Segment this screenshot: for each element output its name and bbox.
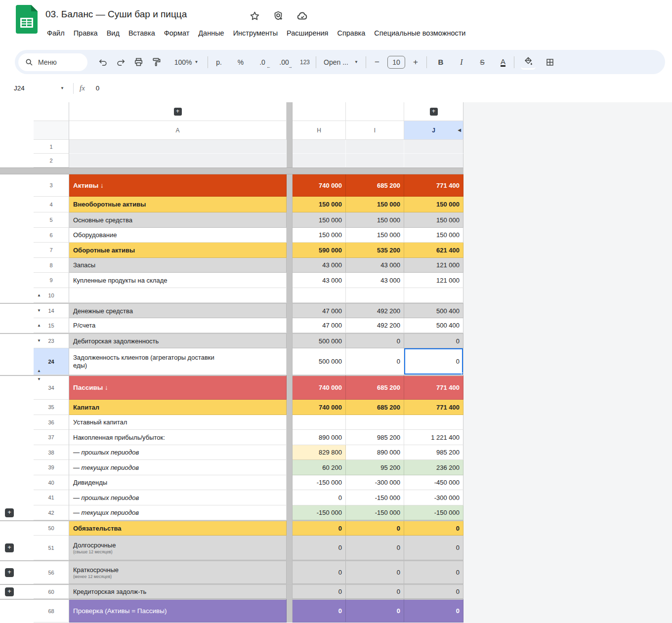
cell-I10[interactable]	[346, 288, 404, 303]
hidden-columns-divider[interactable]	[287, 273, 293, 288]
cell-A7[interactable]: Оборотные активы	[69, 243, 287, 258]
cell-A34[interactable]: Пассивы ↓	[69, 375, 287, 400]
name-box[interactable]: J24 ▼	[0, 84, 64, 92]
paint-format-button[interactable]	[149, 55, 164, 70]
cell-A38[interactable]: — прошлых периодов	[69, 445, 287, 460]
cell-J51[interactable]: 0	[404, 536, 463, 560]
row-header-6[interactable]: 6	[34, 228, 69, 243]
row-header-56[interactable]: 56	[34, 560, 69, 584]
row-group-toggle-collapse-icon[interactable]: ▲	[37, 369, 41, 373]
cell-A35[interactable]: Капитал	[69, 400, 287, 415]
cell-A5[interactable]: Основные средства	[69, 212, 287, 228]
cell-A8[interactable]: Запасы	[69, 258, 287, 273]
cell-A6[interactable]: Оборудование	[69, 228, 287, 243]
cell-A36[interactable]: Уставный капитал	[69, 415, 287, 430]
hidden-columns-divider[interactable]	[287, 599, 293, 623]
hidden-columns-divider[interactable]	[287, 228, 293, 243]
row-group-toggle-collapse-icon[interactable]: ▲	[37, 324, 41, 328]
row-header-3[interactable]: 3	[34, 174, 69, 197]
row-group-expand-button[interactable]: +	[5, 568, 14, 577]
row-header-39[interactable]: 39	[34, 460, 69, 475]
menu-file[interactable]: Файл	[42, 27, 69, 40]
hidden-columns-divider[interactable]	[287, 430, 293, 445]
row-header-2[interactable]: 2	[34, 154, 69, 167]
italic-button[interactable]: I	[454, 55, 469, 70]
cell-J35[interactable]: 771 400	[404, 400, 463, 415]
text-color-button[interactable]: A	[496, 55, 510, 70]
cell-H3[interactable]: 740 000	[293, 174, 346, 197]
row-header-50[interactable]: 50	[34, 520, 69, 536]
hidden-columns-divider[interactable]	[287, 121, 293, 140]
row-header-34[interactable]: 34▼	[34, 375, 69, 400]
menu-edit[interactable]: Правка	[69, 27, 102, 40]
row-header-60[interactable]: 60	[34, 584, 69, 599]
menu-format[interactable]: Формат	[160, 27, 194, 40]
column-group-expand-button[interactable]: +	[174, 108, 182, 116]
cell-I15[interactable]: 492 200	[346, 318, 404, 333]
cell-A37[interactable]: Накопленная прибыль/убыток:	[69, 430, 287, 445]
hidden-columns-divider[interactable]	[287, 520, 293, 536]
cell-J56[interactable]: 0	[404, 560, 463, 584]
font-family-select[interactable]: Open ... ▼	[320, 55, 362, 70]
cell-H36[interactable]	[293, 415, 346, 430]
hidden-columns-divider[interactable]	[287, 243, 293, 258]
cell-H42[interactable]: -150 000	[293, 505, 346, 520]
hidden-columns-divider[interactable]	[287, 560, 293, 584]
cell-A39[interactable]: — текущих периодов	[69, 460, 287, 475]
strikethrough-button[interactable]: S	[475, 55, 490, 70]
cell-H68[interactable]: 0	[293, 599, 346, 623]
menu-tools[interactable]: Инструменты	[229, 27, 282, 40]
cell-A2[interactable]	[69, 154, 287, 167]
cell-J68[interactable]: 0	[404, 599, 463, 623]
hidden-columns-divider[interactable]	[287, 288, 293, 303]
cell-A3[interactable]: Активы ↓	[69, 174, 287, 197]
hidden-columns-divider[interactable]	[287, 415, 293, 430]
zoom-select[interactable]: 100% ▼	[168, 55, 204, 70]
column-header-J[interactable]: J◀	[404, 121, 463, 140]
document-title[interactable]: 03. Баланс — Суши бар и пицца	[45, 9, 187, 20]
cell-J50[interactable]: 0	[404, 520, 463, 536]
menu-accessibility[interactable]: Специальные возможности	[370, 27, 470, 40]
cell-I6[interactable]: 150 000	[346, 228, 404, 243]
column-group-expand-button[interactable]: +	[430, 108, 438, 116]
hidden-columns-divider[interactable]	[287, 174, 293, 197]
cell-J36[interactable]	[404, 415, 463, 430]
hidden-columns-divider[interactable]	[287, 258, 293, 273]
cell-I24[interactable]: 0	[346, 348, 404, 375]
cell-A51[interactable]: Долгосрочные(свыше 12 месяцев)	[69, 536, 287, 560]
cell-A56[interactable]: Краткосрочные(менее 12 месяцев)	[69, 560, 287, 584]
row-header-14[interactable]: 14▼	[34, 303, 69, 318]
row-header-1[interactable]: 1	[34, 140, 69, 154]
hidden-columns-divider[interactable]	[287, 584, 293, 599]
row-header-4[interactable]: 4	[34, 197, 69, 212]
cell-I40[interactable]: -300 000	[346, 475, 404, 490]
cell-J34[interactable]: 771 400	[404, 375, 463, 400]
hidden-columns-divider[interactable]	[287, 348, 293, 375]
cell-I56[interactable]: 0	[346, 560, 404, 584]
cell-J10[interactable]	[404, 288, 463, 303]
cell-H50[interactable]: 0	[293, 520, 346, 536]
cell-H23[interactable]: 500 000	[293, 333, 346, 348]
cell-I38[interactable]: 890 000	[346, 445, 404, 460]
hidden-columns-divider[interactable]	[287, 154, 293, 167]
cell-I2[interactable]	[346, 154, 404, 167]
print-button[interactable]	[131, 55, 146, 70]
cell-I51[interactable]: 0	[346, 536, 404, 560]
redo-button[interactable]	[113, 55, 128, 70]
cell-H35[interactable]: 740 000	[293, 400, 346, 415]
cell-H41[interactable]: 0	[293, 490, 346, 505]
cell-H10[interactable]	[293, 288, 346, 303]
row-group-toggle-expand-icon[interactable]: ▼	[37, 339, 41, 343]
cell-I4[interactable]: 150 000	[346, 197, 404, 212]
cell-I9[interactable]: 43 000	[346, 273, 404, 288]
hidden-columns-divider[interactable]	[287, 460, 293, 475]
cell-I36[interactable]	[346, 415, 404, 430]
undo-button[interactable]	[95, 55, 110, 70]
row-header-40[interactable]: 40	[34, 475, 69, 490]
cell-A1[interactable]	[69, 140, 287, 154]
font-size-input[interactable]: 10	[387, 56, 405, 69]
hidden-columns-divider[interactable]	[287, 102, 293, 121]
cell-I23[interactable]: 0	[346, 333, 404, 348]
cell-H4[interactable]: 150 000	[293, 197, 346, 212]
row-header-7[interactable]: 7	[34, 243, 69, 258]
